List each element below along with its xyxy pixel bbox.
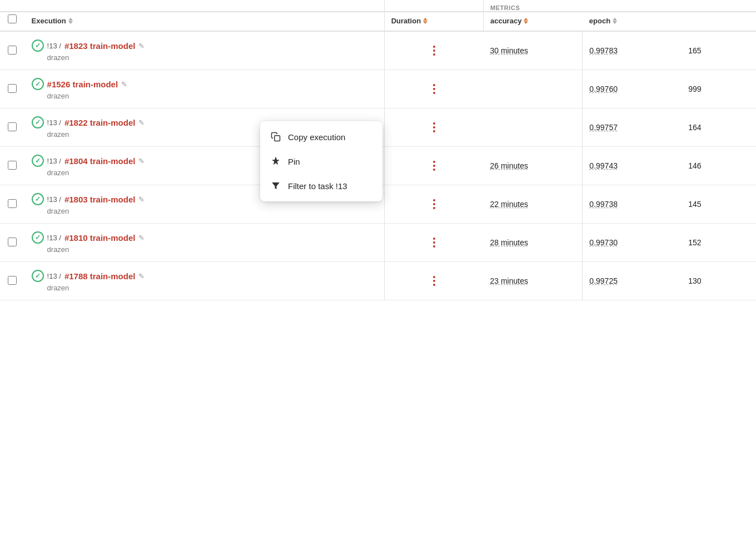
execution-link[interactable]: #1804 train-model	[64, 156, 136, 166]
table-row: !13 / #1810 train-model ✎ drazen 28 minu…	[0, 224, 756, 262]
accuracy-cell: 0.99743	[583, 147, 682, 185]
status-success-icon	[32, 155, 44, 167]
duration-value: 26 minutes	[490, 161, 528, 170]
more-button[interactable]	[391, 43, 477, 58]
edit-icon[interactable]: ✎	[138, 234, 145, 242]
pin-icon	[270, 156, 281, 167]
dot-1	[433, 161, 435, 163]
edit-icon[interactable]: ✎	[138, 195, 145, 204]
th-accuracy[interactable]: accuracy	[483, 12, 582, 31]
dot-3	[433, 92, 435, 94]
metrics-header-row: METRICS	[0, 0, 756, 12]
execution-link[interactable]: #1810 train-model	[64, 233, 136, 243]
edit-icon[interactable]: ✎	[138, 42, 145, 50]
task-ref: !13 /	[47, 42, 61, 50]
more-btn-cell	[384, 224, 483, 262]
context-menu-pin[interactable]: Pin	[260, 149, 382, 174]
column-headers-row: Execution Duration	[0, 12, 756, 31]
row-checkbox-cell	[0, 147, 25, 185]
row-checkbox[interactable]	[8, 161, 17, 170]
duration-cell: 22 minutes	[483, 185, 582, 224]
executions-table-container: METRICS Execution	[0, 0, 756, 534]
th-execution[interactable]: Execution	[25, 12, 385, 31]
th-select-all[interactable]	[0, 12, 25, 31]
accuracy-value: 0.99783	[589, 46, 618, 55]
row-checkbox-cell	[0, 224, 25, 262]
context-menu-copy-execution[interactable]: Copy execution	[260, 125, 382, 149]
more-btn-cell	[384, 70, 483, 108]
execution-link[interactable]: #1823 train-model	[64, 41, 136, 51]
table-row: !13 / #1823 train-model ✎ drazen 30 minu…	[0, 31, 756, 70]
row-checkbox[interactable]	[8, 276, 17, 285]
dot-3	[433, 53, 435, 56]
epoch-cell: 146	[682, 147, 756, 185]
th-checkbox-spacer	[0, 0, 25, 12]
more-button[interactable]	[391, 197, 477, 211]
dot-3	[433, 284, 435, 286]
user-label: drazen	[47, 92, 377, 100]
more-button[interactable]	[391, 120, 477, 135]
epoch-value: 145	[688, 200, 701, 209]
duration-cell	[483, 108, 582, 147]
duration-cell: 28 minutes	[483, 224, 582, 262]
accuracy-value: 0.99725	[589, 276, 618, 285]
more-button[interactable]	[391, 235, 477, 250]
edit-icon[interactable]: ✎	[138, 157, 145, 165]
epoch-cell: 165	[682, 31, 756, 70]
th-epoch[interactable]: epoch	[583, 12, 682, 31]
pin-label: Pin	[288, 157, 300, 166]
dot-3	[433, 207, 435, 209]
row-checkbox[interactable]	[8, 46, 17, 55]
task-ref: !13 /	[47, 234, 61, 242]
th-duration[interactable]: Duration	[384, 12, 483, 31]
th-duration-spacer	[384, 0, 483, 12]
edit-icon[interactable]: ✎	[121, 80, 127, 88]
more-btn-cell	[384, 31, 483, 70]
edit-icon[interactable]: ✎	[138, 272, 145, 280]
svg-rect-0	[275, 136, 280, 141]
epoch-cell: 152	[682, 224, 756, 262]
row-checkbox[interactable]	[8, 122, 17, 131]
epoch-cell: 130	[682, 262, 756, 300]
execution-link[interactable]: #1788 train-model	[64, 271, 136, 281]
accuracy-value: 0.99730	[589, 238, 618, 247]
status-success-icon	[32, 78, 44, 90]
more-button[interactable]	[391, 159, 477, 173]
accuracy-sort-icon	[524, 18, 528, 24]
dot-2	[433, 203, 435, 205]
copy-icon	[270, 131, 281, 142]
accuracy-value: 0.99738	[589, 200, 618, 209]
row-checkbox[interactable]	[8, 199, 17, 208]
row-checkbox[interactable]	[8, 238, 17, 246]
table-row: !13 / #1788 train-model ✎ drazen 23 minu…	[0, 262, 756, 300]
user-label: drazen	[47, 53, 377, 62]
accuracy-cell: 0.99760	[583, 70, 682, 108]
context-menu-filter-task[interactable]: Filter to task !13	[260, 174, 382, 198]
more-button[interactable]	[391, 82, 477, 96]
execution-link[interactable]: #1822 train-model	[64, 118, 136, 127]
execution-link[interactable]: #1803 train-model	[64, 195, 136, 204]
epoch-cell: 999	[682, 70, 756, 108]
status-success-icon	[32, 193, 44, 205]
accuracy-value: 0.99760	[589, 85, 618, 93]
duration-value: 22 minutes	[490, 200, 528, 209]
dot-2	[433, 241, 435, 244]
filter-icon	[270, 180, 281, 191]
more-button[interactable]	[391, 274, 477, 288]
epoch-value: 146	[688, 161, 701, 170]
accuracy-cell: 0.99725	[583, 262, 682, 300]
duration-cell: 23 minutes	[483, 262, 582, 300]
task-ref: !13 /	[47, 118, 61, 127]
dot-1	[433, 84, 435, 86]
edit-icon[interactable]: ✎	[138, 118, 145, 127]
th-execution-spacer	[25, 0, 385, 12]
more-btn-cell	[384, 108, 483, 147]
select-all-checkbox[interactable]	[8, 14, 17, 23]
dot-2	[433, 280, 435, 282]
dot-1	[433, 276, 435, 278]
dot-2	[433, 126, 435, 128]
epoch-value: 130	[688, 276, 701, 285]
execution-link[interactable]: #1526 train-model	[47, 80, 118, 89]
context-menu: Copy execution Pin Filter to task !13	[260, 121, 382, 201]
row-checkbox[interactable]	[8, 84, 17, 93]
